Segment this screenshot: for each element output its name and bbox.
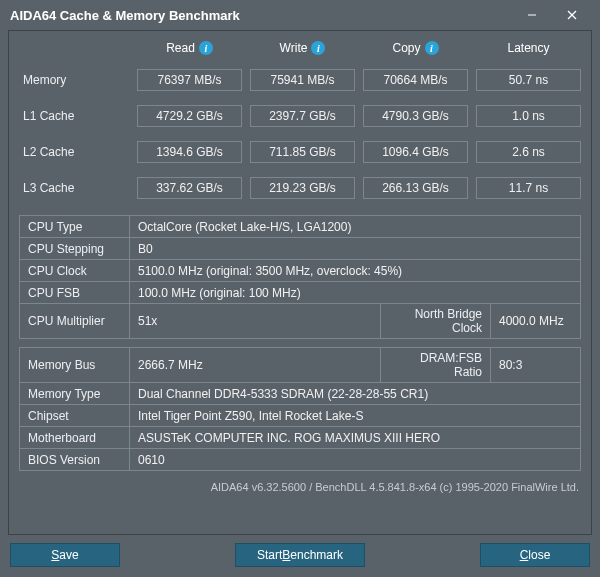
info-icon[interactable]: i [311, 41, 325, 55]
cpu-fsb-value: 100.0 MHz (original: 100 MHz) [130, 282, 581, 304]
l3-copy: 266.13 GB/s [363, 177, 468, 199]
memory-latency: 50.7 ns [476, 69, 581, 91]
row-label-l1: L1 Cache [19, 109, 129, 123]
dram-fsb-ratio-value: 80:3 [491, 348, 581, 383]
close-button[interactable]: Close [480, 543, 590, 567]
motherboard-value: ASUSTeK COMPUTER INC. ROG MAXIMUS XIII H… [130, 427, 581, 449]
memory-bus-value: 2666.7 MHz [130, 348, 381, 383]
memory-copy: 70664 MB/s [363, 69, 468, 91]
start-benchmark-button[interactable]: Start Benchmark [235, 543, 365, 567]
save-button[interactable]: Save [10, 543, 120, 567]
l3-write: 219.23 GB/s [250, 177, 355, 199]
minimize-button[interactable] [512, 1, 552, 29]
l1-latency: 1.0 ns [476, 105, 581, 127]
north-bridge-clock-value: 4000.0 MHz [491, 304, 581, 339]
cpu-clock-label: CPU Clock [20, 260, 130, 282]
l1-read: 4729.2 GB/s [137, 105, 242, 127]
memory-write: 75941 MB/s [250, 69, 355, 91]
cpu-stepping-value: B0 [130, 238, 581, 260]
button-bar: Save Start Benchmark Close [0, 543, 600, 577]
memory-bus-label: Memory Bus [20, 348, 130, 383]
info-icon[interactable]: i [199, 41, 213, 55]
l1-write: 2397.7 GB/s [250, 105, 355, 127]
l2-copy: 1096.4 GB/s [363, 141, 468, 163]
row-label-memory: Memory [19, 73, 129, 87]
motherboard-label: Motherboard [20, 427, 130, 449]
aida64-window: AIDA64 Cache & Memory Benchmark Readi Wr… [0, 0, 600, 577]
chipset-value: Intel Tiger Point Z590, Intel Rocket Lak… [130, 405, 581, 427]
cpu-stepping-label: CPU Stepping [20, 238, 130, 260]
cpu-type-label: CPU Type [20, 216, 130, 238]
titlebar: AIDA64 Cache & Memory Benchmark [0, 0, 600, 30]
memory-info-table: Memory Bus 2666.7 MHz DRAM:FSB Ratio 80:… [19, 347, 581, 471]
header-read: Readi [137, 41, 242, 55]
minimize-icon [527, 10, 537, 20]
bios-version-label: BIOS Version [20, 449, 130, 471]
l2-read: 1394.6 GB/s [137, 141, 242, 163]
content-panel: Readi Writei Copyi Latency Memory 76397 … [8, 30, 592, 535]
benchmark-grid: Readi Writei Copyi Latency Memory 76397 … [19, 41, 581, 199]
north-bridge-clock-label: North Bridge Clock [381, 304, 491, 339]
header-copy: Copyi [363, 41, 468, 55]
window-title: AIDA64 Cache & Memory Benchmark [10, 8, 512, 23]
cpu-type-value: OctalCore (Rocket Lake-H/S, LGA1200) [130, 216, 581, 238]
memory-type-value: Dual Channel DDR4-5333 SDRAM (22-28-28-5… [130, 383, 581, 405]
l3-latency: 11.7 ns [476, 177, 581, 199]
row-label-l2: L2 Cache [19, 145, 129, 159]
close-window-button[interactable] [552, 1, 592, 29]
header-write: Writei [250, 41, 355, 55]
l1-copy: 4790.3 GB/s [363, 105, 468, 127]
info-icon[interactable]: i [425, 41, 439, 55]
cpu-fsb-label: CPU FSB [20, 282, 130, 304]
cpu-info-table: CPU TypeOctalCore (Rocket Lake-H/S, LGA1… [19, 215, 581, 339]
l2-latency: 2.6 ns [476, 141, 581, 163]
close-icon [567, 10, 577, 20]
footer-version: AIDA64 v6.32.5600 / BenchDLL 4.5.841.8-x… [19, 479, 581, 493]
memory-type-label: Memory Type [20, 383, 130, 405]
l3-read: 337.62 GB/s [137, 177, 242, 199]
dram-fsb-ratio-label: DRAM:FSB Ratio [381, 348, 491, 383]
memory-read: 76397 MB/s [137, 69, 242, 91]
l2-write: 711.85 GB/s [250, 141, 355, 163]
chipset-label: Chipset [20, 405, 130, 427]
row-label-l3: L3 Cache [19, 181, 129, 195]
bios-version-value: 0610 [130, 449, 581, 471]
cpu-multiplier-label: CPU Multiplier [20, 304, 130, 339]
cpu-multiplier-value: 51x [130, 304, 381, 339]
header-latency: Latency [476, 41, 581, 55]
cpu-clock-value: 5100.0 MHz (original: 3500 MHz, overcloc… [130, 260, 581, 282]
